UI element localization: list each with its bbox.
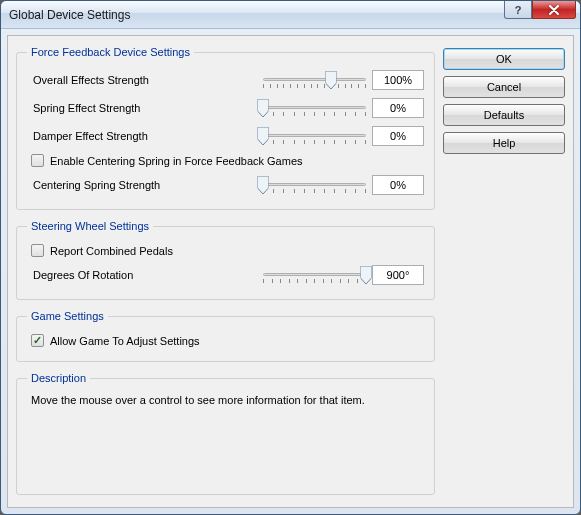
rotation-row: Degrees Of Rotation 900° [27,261,424,289]
combined-pedals-label: Report Combined Pedals [50,245,173,257]
damper-strength-row: Damper Effect Strength 0% [27,122,424,150]
left-column: Force Feedback Device Settings Overall E… [16,44,435,499]
help-button[interactable]: Help [443,132,565,154]
close-icon [549,5,559,15]
overall-strength-value: 100% [372,70,424,90]
window-title: Global Device Settings [9,8,130,22]
force-feedback-group: Force Feedback Device Settings Overall E… [16,46,435,210]
ffb-legend: Force Feedback Device Settings [27,46,194,58]
checkbox-icon [31,154,44,167]
damper-strength-label: Damper Effect Strength [27,130,257,142]
rotation-label: Degrees Of Rotation [27,269,257,281]
centering-strength-row: Centering Spring Strength 0% [27,171,424,199]
steering-legend: Steering Wheel Settings [27,220,153,232]
ok-button[interactable]: OK [443,48,565,70]
description-text: Move the mouse over a control to see mor… [27,392,424,412]
titlebar-controls: ? [504,1,576,19]
spring-strength-value: 0% [372,98,424,118]
steering-group: Steering Wheel Settings Report Combined … [16,220,435,300]
description-group: Description Move the mouse over a contro… [16,372,435,495]
client-area: Force Feedback Device Settings Overall E… [7,35,574,508]
rotation-slider[interactable] [263,265,366,285]
dialog-window: Global Device Settings ? Force Feedback … [0,0,581,515]
spring-strength-slider[interactable] [263,98,366,118]
centering-strength-label: Centering Spring Strength [27,179,257,191]
help-icon: ? [515,4,522,16]
centering-strength-slider[interactable] [263,175,366,195]
checkbox-icon [31,334,44,347]
game-settings-group: Game Settings Allow Game To Adjust Setti… [16,310,435,362]
rotation-value: 900° [372,265,424,285]
enable-centering-label: Enable Centering Spring in Force Feedbac… [50,155,303,167]
cancel-button[interactable]: Cancel [443,76,565,98]
enable-centering-row[interactable]: Enable Centering Spring in Force Feedbac… [27,150,424,171]
allow-adjust-label: Allow Game To Adjust Settings [50,335,200,347]
game-legend: Game Settings [27,310,108,322]
overall-strength-row: Overall Effects Strength 100% [27,66,424,94]
overall-strength-label: Overall Effects Strength [27,74,257,86]
titlebar-close-button[interactable] [532,1,576,19]
damper-strength-value: 0% [372,126,424,146]
titlebar-help-button[interactable]: ? [504,1,532,19]
centering-strength-value: 0% [372,175,424,195]
allow-adjust-row[interactable]: Allow Game To Adjust Settings [27,330,424,351]
description-legend: Description [27,372,90,384]
right-column: OK Cancel Defaults Help [443,44,565,499]
spring-strength-row: Spring Effect Strength 0% [27,94,424,122]
overall-strength-slider[interactable] [263,70,366,90]
spring-strength-label: Spring Effect Strength [27,102,257,114]
checkbox-icon [31,244,44,257]
combined-pedals-row[interactable]: Report Combined Pedals [27,240,424,261]
titlebar: Global Device Settings ? [1,1,580,29]
damper-strength-slider[interactable] [263,126,366,146]
defaults-button[interactable]: Defaults [443,104,565,126]
